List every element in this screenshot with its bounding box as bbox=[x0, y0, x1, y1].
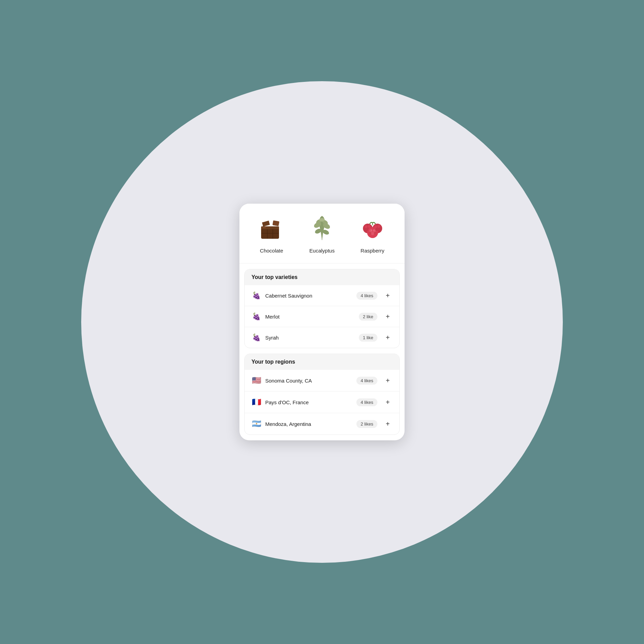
variety-name-cabernet: Cabernet Sauvignon bbox=[265, 293, 352, 299]
regions-title: Your top regions bbox=[251, 359, 295, 365]
svg-point-15 bbox=[319, 218, 325, 222]
add-button-cabernet[interactable]: + bbox=[383, 292, 393, 300]
eucalyptus-label: Eucalyptus bbox=[309, 248, 334, 254]
likes-badge-sonoma: 4 likes bbox=[356, 377, 377, 385]
svg-point-31 bbox=[373, 230, 374, 231]
svg-point-29 bbox=[375, 228, 378, 231]
likes-badge-cabernet: 4 likes bbox=[356, 292, 377, 300]
regions-section: Your top regions 🇺🇸 Sonoma County, CA 4 … bbox=[244, 354, 400, 435]
raspberry-label: Raspberry bbox=[361, 248, 384, 254]
aromas-section: Chocolate bbox=[239, 204, 405, 264]
add-button-mendoza[interactable]: + bbox=[383, 420, 393, 428]
svg-point-22 bbox=[368, 232, 371, 235]
variety-item-merlot[interactable]: 🍇 Merlot 2 like + bbox=[245, 306, 399, 327]
svg-marker-6 bbox=[262, 221, 270, 227]
regions-header: Your top regions bbox=[245, 354, 399, 370]
svg-rect-7 bbox=[272, 221, 279, 226]
svg-point-30 bbox=[371, 230, 372, 231]
svg-point-28 bbox=[377, 225, 380, 228]
background-circle: Chocolate bbox=[81, 81, 563, 563]
raspberry-icon bbox=[359, 219, 386, 244]
svg-point-24 bbox=[365, 225, 367, 228]
region-name-paysdoc: Pays d'OC, France bbox=[265, 399, 352, 405]
grape-icon-syrah: 🍇 bbox=[251, 333, 261, 342]
region-name-sonoma: Sonoma County, CA bbox=[265, 378, 352, 384]
region-item-sonoma[interactable]: 🇺🇸 Sonoma County, CA 4 likes + bbox=[245, 370, 399, 391]
add-button-sonoma[interactable]: + bbox=[383, 377, 393, 385]
add-button-paysdoc[interactable]: + bbox=[383, 398, 393, 406]
region-name-mendoza: Mendoza, Argentina bbox=[265, 421, 352, 427]
region-item-paysdoc[interactable]: 🇫🇷 Pays d'OC, France 4 likes + bbox=[245, 391, 399, 413]
eucalyptus-icon bbox=[313, 215, 331, 244]
grape-icon-cabernet: 🍇 bbox=[251, 291, 261, 300]
likes-badge-syrah: 1 like bbox=[359, 334, 377, 342]
chocolate-icon bbox=[260, 220, 283, 244]
grape-icon-merlot: 🍇 bbox=[251, 312, 261, 321]
svg-point-25 bbox=[368, 225, 371, 228]
likes-badge-merlot: 2 like bbox=[359, 313, 377, 321]
variety-item-syrah[interactable]: 🍇 Syrah 1 like + bbox=[245, 327, 399, 348]
aromas-row: Chocolate bbox=[248, 215, 396, 254]
svg-rect-8 bbox=[262, 227, 266, 228]
aroma-item-raspberry: Raspberry bbox=[348, 219, 396, 254]
variety-name-syrah: Syrah bbox=[265, 335, 355, 341]
varieties-header: Your top varieties bbox=[245, 269, 399, 285]
svg-point-23 bbox=[374, 232, 377, 235]
likes-badge-mendoza: 2 likes bbox=[356, 420, 377, 428]
varieties-title: Your top varieties bbox=[251, 274, 298, 280]
aroma-item-chocolate: Chocolate bbox=[248, 220, 296, 254]
variety-item-cabernet[interactable]: 🍇 Cabernet Sauvignon 4 likes + bbox=[245, 285, 399, 306]
svg-point-26 bbox=[366, 228, 368, 231]
region-item-mendoza[interactable]: 🇦🇷 Mendoza, Argentina 2 likes + bbox=[245, 413, 399, 434]
svg-point-21 bbox=[371, 232, 374, 235]
add-button-merlot[interactable]: + bbox=[383, 313, 393, 321]
likes-badge-paysdoc: 4 likes bbox=[356, 398, 377, 406]
svg-point-27 bbox=[374, 225, 377, 228]
flag-icon-us: 🇺🇸 bbox=[251, 376, 261, 385]
flag-icon-ar: 🇦🇷 bbox=[251, 419, 261, 428]
flag-icon-fr: 🇫🇷 bbox=[251, 398, 261, 407]
chocolate-label: Chocolate bbox=[260, 248, 283, 254]
phone-card: Chocolate bbox=[239, 204, 405, 440]
aroma-item-eucalyptus: Eucalyptus bbox=[298, 215, 346, 254]
add-button-syrah[interactable]: + bbox=[383, 334, 393, 342]
variety-name-merlot: Merlot bbox=[265, 314, 355, 320]
varieties-section: Your top varieties 🍇 Cabernet Sauvignon … bbox=[244, 269, 400, 348]
